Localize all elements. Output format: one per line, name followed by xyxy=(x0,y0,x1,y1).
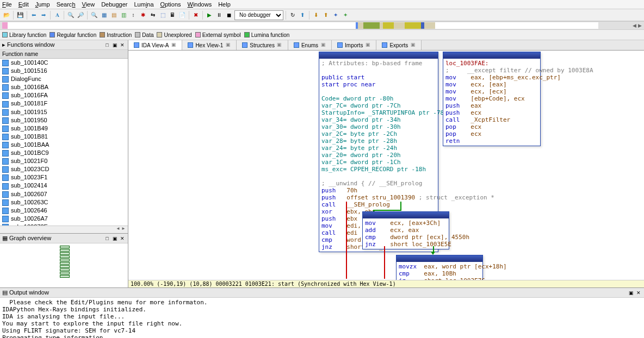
tab[interactable]: IDA View-A▣ xyxy=(128,40,182,50)
debug-run-icon[interactable]: ▶ xyxy=(205,11,214,20)
lumina2-icon[interactable]: ⬆ xyxy=(321,11,330,20)
tab-icon xyxy=(188,42,193,48)
asm-block-mid[interactable]: mov ecx, [eax+3Ch] add ecx, eax cmp dwor… xyxy=(362,211,449,249)
close-icon[interactable]: ▣ xyxy=(365,42,370,48)
function-item[interactable]: sub_10016FA xyxy=(0,91,128,99)
search-text-icon[interactable]: 🔍 xyxy=(66,11,75,20)
graph-overview-header: ▦ Graph overview □ ▣ ✕ xyxy=(0,234,128,243)
lumina1-icon[interactable]: ⬇ xyxy=(312,11,320,20)
close-icon[interactable]: ▣ xyxy=(171,42,176,48)
disassembly-graph[interactable]: ; Attributes: bp-based frame public star… xyxy=(128,51,644,280)
graph-icon[interactable]: ⬚ xyxy=(158,11,167,20)
debug-pause-icon[interactable]: ⏸ xyxy=(215,11,224,20)
function-item[interactable]: sub_1001915 xyxy=(0,108,128,116)
tab-icon xyxy=(294,42,299,48)
graph-overview-canvas[interactable] xyxy=(0,243,128,287)
tab[interactable]: Enums▣ xyxy=(288,40,332,50)
enum-icon[interactable]: ▥ xyxy=(119,11,128,20)
close-icon[interactable]: ▣ xyxy=(277,42,282,48)
function-item[interactable]: sub_1001BC9 xyxy=(0,149,128,157)
debug-stop-icon[interactable]: ◼ xyxy=(225,11,233,20)
functions-hscroll[interactable] xyxy=(0,226,128,233)
tab[interactable]: Imports▣ xyxy=(332,40,376,50)
output-content[interactable]: Please check the Edit/Plugins menu for m… xyxy=(0,298,644,338)
legend-item: Lumina function xyxy=(244,32,290,38)
menu-windows[interactable]: Windows xyxy=(188,1,212,8)
function-item[interactable]: sub_10023CD xyxy=(0,165,128,173)
function-item[interactable]: DialogFunc xyxy=(0,75,128,83)
debugger-select[interactable]: No debugger xyxy=(234,10,283,20)
tab[interactable]: Exports▣ xyxy=(376,40,422,50)
menu-debugger[interactable]: Debugger xyxy=(101,1,127,8)
panel-float-icon[interactable]: ▣ xyxy=(112,235,118,242)
functions-list[interactable]: sub_100140Csub_1001516DialogFuncsub_1001… xyxy=(0,59,128,226)
close-icon[interactable]: ▣ xyxy=(225,42,231,48)
hex-icon[interactable]: ▦ xyxy=(100,11,108,20)
legend-item: Data xyxy=(135,32,153,38)
function-item[interactable]: sub_100140C xyxy=(0,59,128,67)
tool-ref-icon[interactable]: ↻ xyxy=(288,11,297,20)
tool-upd-icon[interactable]: ⬆ xyxy=(298,11,307,20)
menu-lumina[interactable]: Lumina xyxy=(134,1,153,8)
stop-icon[interactable]: ✖ xyxy=(191,11,200,20)
menu-file[interactable]: File xyxy=(2,1,12,8)
menu-jump[interactable]: Jump xyxy=(35,1,50,8)
navigation-band[interactable]: ◀ ▶ xyxy=(0,21,644,30)
function-item[interactable]: sub_100263C xyxy=(0,198,128,206)
function-item[interactable]: sub_1001950 xyxy=(0,116,128,124)
menu-edit[interactable]: Edit xyxy=(18,1,29,8)
function-item[interactable]: sub_100181F xyxy=(0,99,128,108)
panel-close-icon[interactable]: ✕ xyxy=(635,290,642,296)
functions-column-header[interactable]: Function name xyxy=(0,50,128,59)
panel-min-icon[interactable]: □ xyxy=(104,42,110,48)
menu-help[interactable]: Help xyxy=(218,1,231,8)
search-binary-icon[interactable]: 🔎 xyxy=(76,11,85,20)
calc-icon[interactable]: 🖩 xyxy=(168,11,177,20)
function-item[interactable]: sub_1001BAA xyxy=(0,141,128,149)
tab-icon xyxy=(382,42,387,48)
asm-block-last[interactable]: movzx eax, word ptr [ecx+18h] cmp eax, 1… xyxy=(396,255,483,280)
function-item[interactable]: sub_1002414 xyxy=(0,181,128,190)
lumina4-icon[interactable]: ✦ xyxy=(341,11,350,20)
lumina3-icon[interactable]: ✦ xyxy=(331,11,340,20)
open-icon[interactable]: 📂 xyxy=(2,11,11,20)
tab-icon xyxy=(337,42,343,48)
function-item[interactable]: sub_1001B81 xyxy=(0,133,128,141)
panel-float-icon[interactable]: ▣ xyxy=(628,290,634,296)
names-icon[interactable]: ↕ xyxy=(129,11,138,20)
function-item[interactable]: sub_1001B49 xyxy=(0,124,128,133)
function-item[interactable]: sub_1001516 xyxy=(0,67,128,75)
menu-search[interactable]: Search xyxy=(57,1,76,8)
nav-back-icon[interactable]: ⬅ xyxy=(29,11,38,20)
close-icon[interactable]: ▣ xyxy=(410,42,416,48)
panel-min-icon[interactable]: □ xyxy=(104,235,110,242)
script-icon[interactable]: 📄 xyxy=(178,11,187,20)
legend-bar: Library functionRegular functionInstruct… xyxy=(0,30,644,40)
panel-close-icon[interactable]: ✕ xyxy=(119,235,126,242)
close-icon[interactable]: ▣ xyxy=(320,42,326,48)
function-item[interactable]: sub_10023F1 xyxy=(0,173,128,181)
legend-item: Instruction xyxy=(100,32,132,38)
tool-misc-icon[interactable]: ✱ xyxy=(139,11,147,20)
menu-options[interactable]: Options xyxy=(160,1,181,8)
tab[interactable]: Structures▣ xyxy=(237,40,288,50)
tool-a-icon[interactable]: 𝐀 xyxy=(53,11,61,20)
tab[interactable]: Hex View-1▣ xyxy=(182,40,237,50)
panel-float-icon[interactable]: ▣ xyxy=(112,42,118,48)
struct-icon[interactable]: ▤ xyxy=(109,11,118,20)
status-bar: 100.00% (-190,19) (10,88) 00003221 01003… xyxy=(128,280,644,287)
function-item[interactable]: sub_1002646 xyxy=(0,206,128,215)
asm-block-except[interactable]: loc_1003FAE: ; __except filter // owned … xyxy=(443,52,541,146)
function-item[interactable]: sub_10016BA xyxy=(0,83,128,91)
zoom-icon[interactable]: 🔍 xyxy=(90,11,98,20)
xref-icon[interactable]: ⇆ xyxy=(148,11,157,20)
function-item[interactable]: sub_10026A7 xyxy=(0,215,128,223)
menu-view[interactable]: View xyxy=(82,1,95,8)
function-item[interactable]: sub_10021F0 xyxy=(0,157,128,165)
function-item[interactable]: sub_1002607 xyxy=(0,190,128,198)
legend-item: Regular function xyxy=(49,32,96,38)
nav-fwd-icon[interactable]: ➡ xyxy=(39,11,48,20)
panel-close-icon[interactable]: ✕ xyxy=(119,42,126,48)
save-icon[interactable]: 💾 xyxy=(16,11,24,20)
main-toolbar: 📂 💾 ⬅ ➡ 𝐀 🔍 🔎 🔍 ▦ ▤ ▥ ↕ ✱ ⇆ ⬚ 🖩 📄 ✖ ▶ ⏸ … xyxy=(0,9,644,21)
